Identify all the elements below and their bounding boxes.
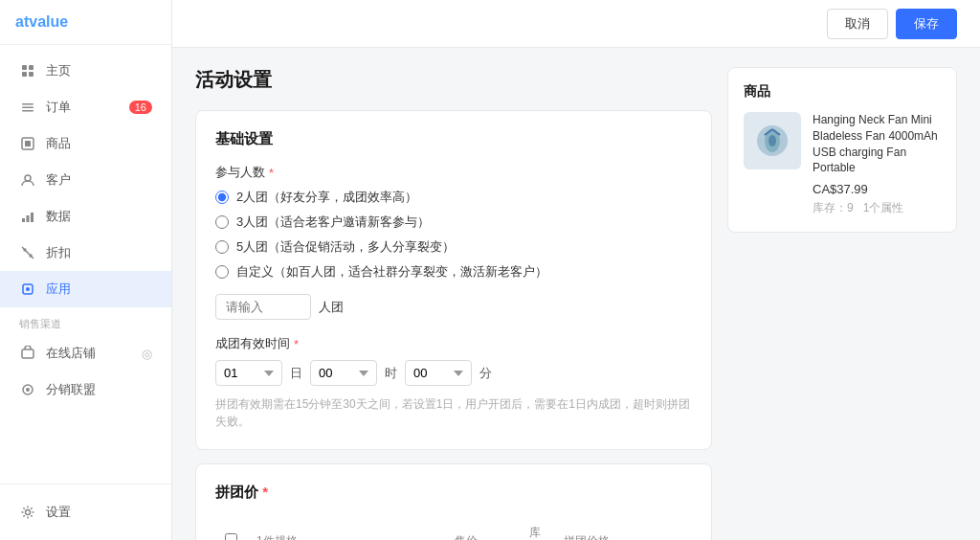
eye-icon[interactable]: ◎ (142, 347, 152, 361)
basic-settings-title: 基础设置 (215, 130, 692, 148)
svg-rect-1 (29, 65, 33, 70)
day-unit: 日 (290, 365, 302, 382)
svg-point-9 (25, 175, 31, 181)
main-area: 取消 保存 活动设置 基础设置 参与人数 * 2人团（好友分享，成团效率高） (172, 0, 980, 540)
sidebar-nav: 主页 订单 16 商品 客户 数据 (0, 45, 171, 484)
product-card: 商品 Hanging Neck Fan Mini Bladeless Fan 4… (727, 67, 957, 233)
sidebar-bottom: 设置 (0, 484, 171, 540)
group-price-table: 1件规格 售价 库存 拼团价格 Hanging Neck Fan Mini Bl… (215, 517, 692, 540)
svg-point-21 (768, 135, 776, 146)
option-2[interactable]: 2人团（好友分享，成团效率高） (215, 189, 692, 206)
nav-label: 主页 (46, 62, 71, 79)
svg-rect-3 (29, 72, 33, 77)
topbar: 取消 保存 (172, 0, 980, 48)
nav-label: 应用 (46, 281, 71, 298)
product-item: Hanging Neck Fan Mini Bladeless Fan 4000… (744, 112, 941, 216)
custom-participants-input[interactable] (215, 294, 311, 320)
product-name: Hanging Neck Fan Mini Bladeless Fan 4000… (813, 112, 941, 176)
sidebar: atvalue 主页 订单 16 商品 (0, 0, 172, 540)
validity-label: 成团有效时间 * (215, 335, 692, 352)
time-row: 01 02 03 日 00 01 时 00 15 30 分 (215, 360, 692, 386)
sidebar-item-apps[interactable]: 应用 (0, 271, 171, 307)
page-title: 活动设置 (195, 67, 712, 93)
logo-text: atvalue (15, 13, 68, 30)
data-icon (19, 208, 36, 225)
svg-rect-5 (22, 107, 33, 109)
logo: atvalue (0, 0, 171, 45)
right-column: 商品 Hanging Neck Fan Mini Bladeless Fan 4… (727, 67, 957, 521)
th-price: 售价 (445, 517, 520, 540)
svg-rect-4 (22, 103, 33, 105)
group-price-card: 拼团价 * 1件规格 售价 库存 (195, 463, 712, 540)
th-stock: 库存 (520, 517, 554, 540)
select-all-checkbox[interactable] (225, 533, 237, 540)
group-price-table-wrap: 1件规格 售价 库存 拼团价格 Hanging Neck Fan Mini Bl… (215, 517, 692, 540)
hour-select[interactable]: 00 01 (310, 360, 377, 386)
sidebar-item-customers[interactable]: 客户 (0, 162, 171, 198)
product-thumbnail (744, 112, 801, 169)
group-price-title: 拼团价 * (215, 484, 692, 502)
affiliate-icon (19, 381, 36, 398)
th-group-price: 拼团价格 (554, 517, 692, 540)
svg-rect-6 (22, 110, 33, 112)
svg-rect-12 (31, 213, 33, 222)
th-variant: 1件规格 (247, 517, 445, 540)
custom-input-row: 人团 (215, 294, 692, 320)
products-icon (19, 135, 36, 152)
svg-rect-2 (22, 72, 27, 77)
sidebar-item-settings[interactable]: 设置 (0, 494, 171, 530)
nav-label: 订单 (46, 99, 71, 116)
sidebar-item-online-store[interactable]: 在线店铺 ◎ (0, 335, 171, 371)
custom-suffix: 人团 (319, 299, 344, 316)
th-check (215, 517, 247, 540)
svg-point-17 (26, 388, 30, 392)
svg-rect-15 (22, 349, 33, 358)
channel-label: 分销联盟 (46, 381, 96, 398)
svg-rect-0 (22, 65, 27, 70)
left-column: 活动设置 基础设置 参与人数 * 2人团（好友分享，成团效率高） 3人团（适合老… (195, 67, 712, 521)
participants-options: 2人团（好友分享，成团效率高） 3人团（适合老客户邀请新客参与） 5人团（适合促… (215, 189, 692, 281)
option-5[interactable]: 5人团（适合促销活动，多人分享裂变） (215, 238, 692, 256)
sidebar-item-affiliate[interactable]: 分销联盟 (0, 371, 171, 408)
svg-rect-10 (22, 218, 25, 222)
sidebar-item-discounts[interactable]: 折扣 (0, 235, 171, 271)
hour-unit: 时 (385, 365, 397, 382)
nav-badge: 16 (129, 101, 152, 114)
store-icon (19, 345, 36, 362)
sidebar-item-home[interactable]: 主页 (0, 53, 171, 89)
nav-label: 折扣 (46, 244, 71, 261)
discounts-icon (19, 244, 36, 261)
orders-icon (19, 99, 36, 116)
apps-icon (19, 281, 36, 298)
sales-channel-label: 销售渠道 (0, 307, 171, 335)
day-select[interactable]: 01 02 03 (215, 360, 282, 386)
basic-settings-card: 基础设置 参与人数 * 2人团（好友分享，成团效率高） 3人团（适合老客户邀请新… (195, 110, 712, 450)
svg-rect-11 (27, 215, 30, 222)
sidebar-item-orders[interactable]: 订单 16 (0, 89, 171, 125)
nav-label: 客户 (46, 171, 71, 189)
option-3[interactable]: 3人团（适合老客户邀请新客参与） (215, 214, 692, 231)
home-icon (19, 62, 36, 79)
svg-point-14 (26, 287, 30, 291)
save-button[interactable]: 保存 (896, 9, 957, 39)
svg-point-18 (26, 510, 31, 515)
nav-label: 商品 (46, 135, 71, 152)
sidebar-item-data[interactable]: 数据 (0, 198, 171, 235)
svg-rect-8 (25, 141, 31, 146)
participants-label: 参与人数 * (215, 164, 692, 181)
content-area: 活动设置 基础设置 参与人数 * 2人团（好友分享，成团效率高） 3人团（适合老… (172, 48, 980, 540)
bottom-nav-label: 设置 (46, 504, 71, 521)
product-info: Hanging Neck Fan Mini Bladeless Fan 4000… (813, 112, 941, 216)
settings-icon (19, 504, 36, 521)
product-card-title: 商品 (744, 83, 941, 101)
customers-icon (19, 171, 36, 189)
cancel-button[interactable]: 取消 (827, 9, 888, 39)
min-unit: 分 (479, 365, 492, 382)
min-select[interactable]: 00 15 30 (405, 360, 472, 386)
product-price: CA$37.99 (813, 182, 941, 196)
required-mark: * (269, 166, 274, 180)
sidebar-item-products[interactable]: 商品 (0, 125, 171, 162)
option-custom[interactable]: 自定义（如百人团，适合社群分享裂变，激活新老客户） (215, 263, 692, 281)
product-meta: 库存：9 1个属性 (813, 200, 941, 216)
channel-label: 在线店铺 (46, 345, 96, 362)
